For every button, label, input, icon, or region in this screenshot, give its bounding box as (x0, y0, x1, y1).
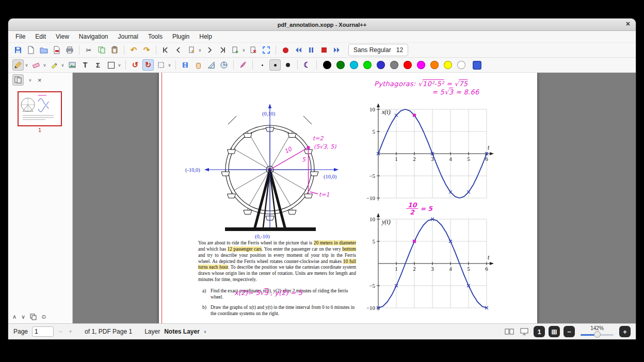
zoom-out-button[interactable]: − (564, 326, 575, 337)
preview-pane-button[interactable] (12, 74, 24, 86)
cut-button[interactable]: ✂ (83, 44, 94, 56)
svg-text:5: 5 (467, 156, 470, 162)
document-page[interactable]: (0,10) (-10,0) (10,0) (0,-10) 10 5 t=2 (… (159, 73, 537, 323)
fullscreen-button[interactable] (261, 44, 272, 56)
print-button[interactable] (64, 44, 75, 56)
pause-audio-button[interactable] (305, 44, 317, 56)
chevron-down-icon[interactable]: ∨ (117, 63, 122, 68)
snap-rotation-button[interactable]: ↺ (130, 59, 141, 71)
shapes-tool-button[interactable] (105, 59, 117, 71)
layer-selector[interactable]: Notes Layer (164, 328, 200, 335)
color-picker-button[interactable] (473, 61, 481, 70)
save-button[interactable] (12, 44, 24, 56)
zoom-100-button[interactable]: 1 (534, 326, 545, 337)
select-region-button[interactable] (155, 59, 167, 71)
color-swatch-green[interactable] (336, 61, 345, 69)
sidebar-close-button[interactable]: × (38, 76, 42, 84)
paste-button[interactable] (109, 44, 120, 56)
font-selector-button[interactable]: Sans Regular 12 (348, 44, 408, 56)
delete-page-button[interactable] (248, 44, 259, 56)
page-thumbnail[interactable] (18, 91, 62, 126)
ruler-tool-button[interactable] (205, 59, 217, 71)
page-increment-button[interactable]: + (68, 328, 73, 335)
svg-text:−5: −5 (369, 283, 375, 289)
color-swatch-light-blue[interactable] (350, 61, 358, 69)
first-page-button[interactable] (160, 44, 171, 56)
rewind-audio-button[interactable] (293, 44, 304, 56)
color-swatch-yellow[interactable] (444, 61, 452, 69)
next-page-button[interactable] (204, 44, 215, 56)
window-close-button[interactable]: × (626, 20, 630, 27)
color-swatch-white[interactable] (457, 61, 465, 69)
forward-audio-button[interactable] (331, 44, 343, 56)
color-swatch-magenta[interactable] (417, 61, 425, 69)
scroll-up-button[interactable]: ∧ (12, 314, 17, 320)
text-tool-button[interactable]: T (79, 59, 91, 71)
open-button[interactable] (38, 44, 50, 56)
thickness-medium-button[interactable] (269, 59, 281, 71)
hand-tool-button[interactable] (192, 59, 204, 71)
menu-edit[interactable]: Edit (34, 32, 47, 41)
chevron-down-icon[interactable]: ∨ (42, 63, 47, 68)
last-page-button[interactable] (217, 44, 228, 56)
fill-button[interactable]: ☾ (301, 59, 313, 71)
insert-image-button[interactable] (67, 59, 78, 71)
menu-help[interactable]: Help (198, 32, 213, 41)
new-page-button[interactable] (230, 44, 241, 56)
undo-button[interactable]: ↶ (128, 44, 139, 56)
color-swatch-orange[interactable] (430, 61, 439, 69)
chevron-down-icon[interactable]: ∨ (242, 48, 246, 53)
chevron-down-icon[interactable]: ∨ (167, 63, 172, 68)
page-decrement-button[interactable]: − (58, 328, 63, 335)
color-swatch-black[interactable] (323, 61, 331, 69)
copy-button[interactable] (96, 44, 107, 56)
redo-button[interactable]: ↷ (141, 44, 152, 56)
vertical-space-button[interactable] (180, 59, 191, 71)
focus-page-button[interactable]: ⊙ (41, 314, 46, 320)
page-number-input[interactable] (32, 326, 54, 337)
zoom-in-button[interactable]: + (619, 326, 631, 337)
record-audio-button[interactable] (280, 44, 291, 56)
math-tex-button[interactable]: Σ (92, 59, 104, 71)
canvas[interactable]: (0,10) (-10,0) (10,0) (0,-10) 10 5 t=2 (… (73, 73, 636, 323)
thickness-fine-button[interactable] (256, 59, 268, 71)
paired-pages-button[interactable] (504, 326, 515, 337)
color-swatch-red[interactable] (404, 61, 412, 69)
menu-tools[interactable]: Tools (147, 32, 164, 41)
chevron-down-icon[interactable]: ∨ (198, 48, 202, 53)
goto-annotated-page-button[interactable] (186, 44, 197, 56)
pen-tool-button[interactable] (12, 59, 24, 71)
export-pdf-button[interactable] (51, 44, 62, 56)
color-swatch-blue[interactable] (377, 61, 385, 69)
zoom-slider[interactable] (581, 331, 614, 338)
set-square-icon (207, 61, 215, 69)
stop-audio-button[interactable] (318, 44, 330, 56)
presentation-button[interactable] (519, 326, 530, 337)
highlighter-tool-button[interactable] (49, 59, 60, 71)
new-file-button[interactable] (25, 44, 37, 56)
menu-plugin[interactable]: Plugin (171, 32, 190, 41)
chevron-down-icon[interactable]: ∨ (28, 78, 33, 83)
chevron-down-icon[interactable]: ∨ (60, 63, 65, 68)
menu-file[interactable]: File (14, 32, 26, 41)
sigma-icon: Σ (96, 61, 100, 69)
menu-journal[interactable]: Journal (117, 32, 139, 41)
rewind-icon (294, 46, 302, 54)
zoom-fit-button[interactable]: ⊞ (549, 326, 560, 337)
scroll-down-button[interactable]: ∨ (21, 314, 25, 320)
menu-view[interactable]: View (55, 32, 70, 41)
shape-recognizer-button[interactable] (237, 59, 249, 71)
compass-tool-button[interactable] (218, 59, 230, 71)
menu-navigation[interactable]: Navigation (78, 32, 109, 41)
chevron-right-icon (205, 46, 214, 54)
snap-grid-button[interactable]: ↻ (142, 59, 154, 71)
eraser-tool-button[interactable] (30, 59, 42, 71)
chevron-down-icon[interactable]: ∨ (203, 330, 207, 334)
chevron-down-icon[interactable]: ∨ (24, 63, 29, 68)
slider-handle[interactable] (594, 331, 601, 338)
previous-page-button[interactable] (173, 44, 184, 56)
color-swatch-gray[interactable] (390, 61, 398, 69)
color-swatch-light-green[interactable] (363, 61, 372, 69)
duplicate-page-button[interactable] (30, 314, 37, 320)
thickness-thick-button[interactable] (282, 59, 294, 71)
